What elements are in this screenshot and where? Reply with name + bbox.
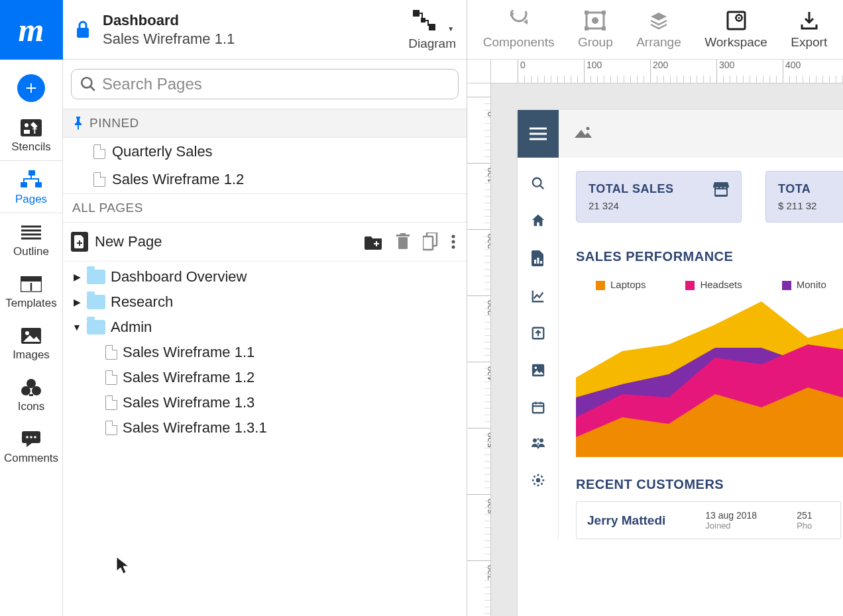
file-nav-icon[interactable] <box>532 250 545 266</box>
rail-outline[interactable]: Outline <box>0 213 62 265</box>
file-icon <box>105 421 117 435</box>
page-item[interactable]: Sales Wireframe 1.3 <box>63 390 467 415</box>
folder-item[interactable]: ▶Research <box>63 289 467 315</box>
svg-rect-20 <box>77 28 89 38</box>
chart-legend: Laptops Headsets Monito <box>576 279 843 290</box>
images-icon <box>21 327 42 344</box>
legend-headsets: Headsets <box>700 279 742 290</box>
image-nav-icon[interactable] <box>531 363 545 378</box>
folder-item[interactable]: ▼Admin <box>63 315 467 340</box>
delete-button[interactable] <box>395 233 411 250</box>
canvas-toolbar: Components Group Arrange Workspace Expor… <box>467 0 843 60</box>
rail-stencils[interactable]: T Stencils <box>0 109 62 161</box>
calendar-nav-icon[interactable] <box>531 400 545 415</box>
new-page-row: New Page <box>63 223 467 262</box>
stat-card-total-2[interactable]: TOTA $ 211 32 <box>765 171 843 223</box>
file-icon <box>93 172 105 187</box>
svg-point-19 <box>34 436 36 438</box>
pinned-page-item[interactable]: Quarterly Sales <box>63 138 467 166</box>
all-pages-header: ALL PAGES <box>63 193 467 223</box>
diagram-icon <box>410 9 439 32</box>
caret-icon[interactable]: ▼ <box>72 322 82 333</box>
svg-point-59 <box>539 438 543 442</box>
stat-card-total-sales[interactable]: TOTAL SALES 21 324 <box>576 171 742 223</box>
store-icon <box>713 182 729 199</box>
svg-point-1 <box>25 123 28 127</box>
svg-point-31 <box>452 235 455 238</box>
rail-templates[interactable]: Templates <box>0 265 62 317</box>
recent-customers-title: RECENT CUSTOMERS <box>576 477 843 492</box>
group-button[interactable]: Group <box>578 10 613 50</box>
svg-rect-52 <box>532 364 543 376</box>
rail-pages[interactable]: Pages <box>0 161 62 213</box>
svg-rect-23 <box>429 24 435 30</box>
svg-point-33 <box>452 246 455 249</box>
rail-comments[interactable]: Comments <box>0 420 62 472</box>
new-page-plus-icon <box>74 235 85 248</box>
page-item[interactable]: Sales Wireframe 1.1 <box>63 340 467 365</box>
caret-icon[interactable]: ▶ <box>72 272 82 282</box>
export-button[interactable]: Export <box>791 10 827 50</box>
horizontal-ruler[interactable]: 0100200300400 <box>491 60 843 83</box>
home-nav-icon[interactable] <box>531 213 545 228</box>
area-chart <box>576 298 843 457</box>
customer-row[interactable]: Jerry Mattedi 13 aug 2018 Joined 251 Pho <box>576 501 841 539</box>
rail-icons[interactable]: Icons <box>0 368 62 420</box>
svg-line-25 <box>90 86 95 91</box>
rail-images[interactable]: Images <box>0 317 62 368</box>
workspace-icon <box>726 10 747 31</box>
components-button[interactable]: Components <box>483 10 555 50</box>
folder-item[interactable]: ▶Dashboard Overview <box>63 264 467 289</box>
page-title: Dashboard <box>103 12 235 29</box>
pin-icon <box>72 117 84 130</box>
pinned-page-item[interactable]: Sales Wireframe 1.2 <box>63 166 467 193</box>
file-icon <box>105 395 117 410</box>
app-logo[interactable]: m <box>0 0 63 60</box>
upload-nav-icon[interactable] <box>531 326 545 340</box>
copy-button[interactable] <box>423 232 439 251</box>
page-item[interactable]: Sales Wireframe 1.3.1 <box>63 415 467 440</box>
svg-rect-26 <box>398 237 408 249</box>
canvas[interactable]: TOTAL SALES 21 324 TOTA <box>491 83 843 616</box>
caret-icon[interactable]: ▶ <box>72 297 82 307</box>
svg-rect-48 <box>534 260 536 264</box>
search-placeholder: Search Pages <box>102 75 202 93</box>
svg-rect-50 <box>540 261 542 264</box>
stencils-icon: T <box>20 119 42 137</box>
svg-text:T: T <box>32 127 37 135</box>
search-nav-icon[interactable] <box>531 176 545 191</box>
add-button[interactable] <box>17 74 45 102</box>
new-page-button[interactable] <box>71 232 88 252</box>
folder-icon <box>87 320 105 334</box>
more-button[interactable] <box>451 234 456 250</box>
svg-point-44 <box>738 17 740 19</box>
sales-performance-title: SALES PERFORMANCE <box>576 249 843 264</box>
svg-marker-60 <box>537 442 539 444</box>
svg-rect-40 <box>602 26 606 30</box>
wireframe-topbar <box>518 110 843 158</box>
page-subtitle: Sales Wireframe 1.1 <box>103 30 235 48</box>
vertical-ruler[interactable]: 0100200300400500600700 <box>467 83 491 616</box>
lock-icon[interactable] <box>75 20 91 40</box>
new-page-label[interactable]: New Page <box>95 233 162 250</box>
users-nav-icon[interactable] <box>530 437 546 450</box>
arrange-button[interactable]: Arrange <box>636 10 681 50</box>
new-folder-button[interactable] <box>365 234 383 250</box>
svg-rect-6 <box>21 182 27 187</box>
settings-nav-icon[interactable] <box>531 473 545 488</box>
search-input[interactable]: Search Pages <box>71 69 459 99</box>
artboard[interactable]: TOTAL SALES 21 324 TOTA <box>518 110 843 616</box>
pinned-header: PINNED <box>63 109 467 138</box>
svg-point-41 <box>592 17 598 24</box>
chart-nav-icon[interactable] <box>531 289 545 303</box>
hamburger-button[interactable] <box>518 110 559 158</box>
svg-rect-3 <box>24 130 30 134</box>
svg-rect-30 <box>423 236 433 250</box>
pages-column: Dashboard Sales Wireframe 1.1 ▼ Diagram … <box>63 0 467 616</box>
svg-point-15 <box>32 386 41 395</box>
svg-point-24 <box>82 77 91 87</box>
diagram-mode-dropdown[interactable]: ▼ Diagram <box>408 9 456 51</box>
workspace-button[interactable]: Workspace <box>704 10 767 50</box>
page-item[interactable]: Sales Wireframe 1.2 <box>63 365 467 390</box>
svg-point-45 <box>587 127 590 130</box>
